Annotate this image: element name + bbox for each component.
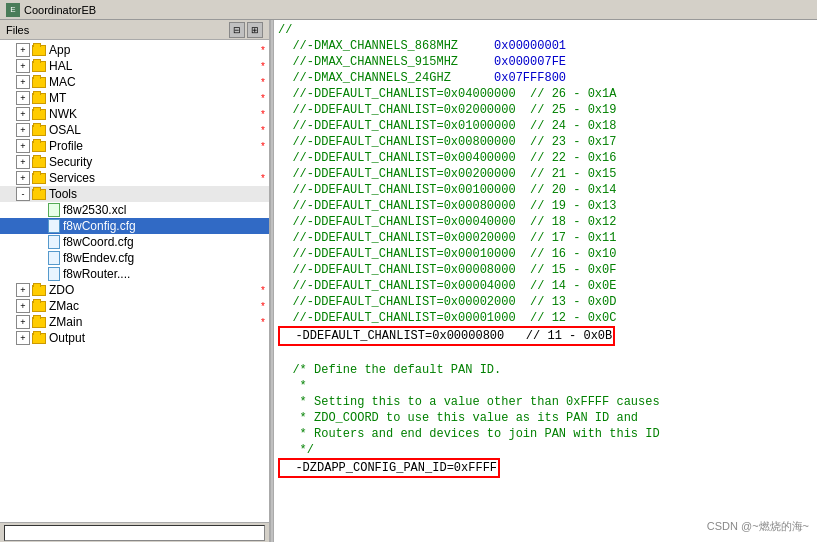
tree-item-nwk[interactable]: + NWK * [0,106,269,122]
file-tree-content[interactable]: + App * + HAL * + MAC * [0,40,269,522]
code-line-19: //-DDEFAULT_CHANLIST=0x00001000 // 12 - … [278,310,813,326]
tree-label-mac: MAC [49,75,261,89]
folder-icon-tools [32,189,46,200]
code-line-18: //-DDEFAULT_CHANLIST=0x00002000 // 13 - … [278,294,813,310]
star-services: * [261,173,265,184]
code-line-9: //-DDEFAULT_CHANLIST=0x00400000 // 22 - … [278,150,813,166]
folder-icon-zdo [32,285,46,296]
tree-item-f8wrouter[interactable]: f8wRouter.... [0,266,269,282]
star-profile: * [261,141,265,152]
star-app: * [261,45,265,56]
expand-icon-osal[interactable]: + [16,123,30,137]
code-line-pan6: */ [278,442,813,458]
folder-icon-zmac [32,301,46,312]
code-line-5: //-DDEFAULT_CHANLIST=0x04000000 // 26 - … [278,86,813,102]
tree-label-f8wconfig: f8wConfig.cfg [63,219,269,233]
star-nwk: * [261,109,265,120]
code-panel[interactable]: // //-DMAX_CHANNELS_868MHZ 0x00000001 //… [274,20,817,542]
tree-label-output: Output [49,331,269,345]
tree-label-services: Services [49,171,261,185]
tree-label-mt: MT [49,91,261,105]
expand-icon-app[interactable]: + [16,43,30,57]
code-line-17: //-DDEFAULT_CHANLIST=0x00004000 // 14 - … [278,278,813,294]
folder-icon-mt [32,93,46,104]
code-line-8: //-DDEFAULT_CHANLIST=0x00800000 // 23 - … [278,134,813,150]
expand-icon-mac[interactable]: + [16,75,30,89]
folder-icon-nwk [32,109,46,120]
code-line-3: //-DMAX_CHANNELS_915MHZ 0x000007FE [278,54,813,70]
file-icon-xls [48,203,60,217]
folder-icon-app [32,45,46,56]
tree-item-hal[interactable]: + HAL * [0,58,269,74]
code-line-12: //-DDEFAULT_CHANLIST=0x00080000 // 19 - … [278,198,813,214]
tree-label-profile: Profile [49,139,261,153]
expand-icon-mt[interactable]: + [16,91,30,105]
expand-icon-tools[interactable]: - [16,187,30,201]
tree-item-output[interactable]: + Output [0,330,269,346]
folder-icon-hal [32,61,46,72]
star-mac: * [261,77,265,88]
tree-item-zmain[interactable]: + ZMain * [0,314,269,330]
code-line-10: //-DDEFAULT_CHANLIST=0x00200000 // 21 - … [278,166,813,182]
watermark: CSDN @~燃烧的海~ [707,518,809,534]
expand-icon-nwk[interactable]: + [16,107,30,121]
files-label: Files [6,24,29,36]
tree-label-f8wcoord: f8wCoord.cfg [63,235,269,249]
tree-label-hal: HAL [49,59,261,73]
expand-icon-output[interactable]: + [16,331,30,345]
code-line-pan3: * Setting this to a value other than 0xF… [278,394,813,410]
tree-item-tools[interactable]: - Tools [0,186,269,202]
tree-item-app[interactable]: + App * [0,42,269,58]
tree-item-osal[interactable]: + OSAL * [0,122,269,138]
search-bar [0,522,269,542]
tree-item-zmac[interactable]: + ZMac * [0,298,269,314]
tree-item-mac[interactable]: + MAC * [0,74,269,90]
code-line-1: // [278,22,813,38]
code-line-2: //-DMAX_CHANNELS_868MHZ 0x00000001 [278,38,813,54]
file-tree-header: Files ⊟ ⊞ [0,20,269,40]
code-line-16: //-DDEFAULT_CHANLIST=0x00008000 // 15 - … [278,262,813,278]
expand-icon-zmain[interactable]: + [16,315,30,329]
expand-icon-services[interactable]: + [16,171,30,185]
tree-item-f8wendev[interactable]: f8wEndev.cfg [0,250,269,266]
expand-icon-zmac[interactable]: + [16,299,30,313]
tree-item-services[interactable]: + Services * [0,170,269,186]
main-container: Files ⊟ ⊞ + App * + HAL * [0,20,817,542]
tree-item-f8wcoord[interactable]: f8wCoord.cfg [0,234,269,250]
expand-icon-security[interactable]: + [16,155,30,169]
code-line-13: //-DDEFAULT_CHANLIST=0x00040000 // 18 - … [278,214,813,230]
star-hal: * [261,61,265,72]
folder-icon-output [32,333,46,344]
tree-item-profile[interactable]: + Profile * [0,138,269,154]
file-icon-cfg-router [48,267,60,281]
tree-label-f8w2530: f8w2530.xcl [63,203,269,217]
code-line-pan-highlighted: -DZDAPP_CONFIG_PAN_ID=0xFFFF [278,458,813,478]
title-bar-left: E CoordinatorEB [6,3,96,17]
code-line-pan1: /* Define the default PAN ID. [278,362,813,378]
code-line-6: //-DDEFAULT_CHANLIST=0x02000000 // 25 - … [278,102,813,118]
folder-icon-zmain [32,317,46,328]
code-line-11: //-DDEFAULT_CHANLIST=0x00100000 // 20 - … [278,182,813,198]
expand-icon-profile[interactable]: + [16,139,30,153]
window-title: CoordinatorEB [24,4,96,16]
tree-label-f8wrouter: f8wRouter.... [63,267,269,281]
code-line-blank [278,346,813,362]
tree-item-f8w2530[interactable]: f8w2530.xcl [0,202,269,218]
expand-icon-zdo[interactable]: + [16,283,30,297]
file-icon-cfg-config [48,219,60,233]
tree-label-app: App [49,43,261,57]
tree-item-mt[interactable]: + MT * [0,90,269,106]
search-input[interactable] [4,525,265,541]
expand-all-button[interactable]: ⊞ [247,22,263,38]
code-line-pan5: * Routers and end devices to join PAN wi… [278,426,813,442]
title-bar: E CoordinatorEB [0,0,817,20]
tree-item-security[interactable]: + Security [0,154,269,170]
tree-item-zdo[interactable]: + ZDO * [0,282,269,298]
collapse-all-button[interactable]: ⊟ [229,22,245,38]
app-icon: E [6,3,20,17]
folder-icon-security [32,157,46,168]
code-line-highlighted: -DDEFAULT_CHANLIST=0x00000800 // 11 - 0x… [278,326,813,346]
tree-label-tools: Tools [49,187,269,201]
tree-item-f8wconfig[interactable]: f8wConfig.cfg [0,218,269,234]
expand-icon-hal[interactable]: + [16,59,30,73]
